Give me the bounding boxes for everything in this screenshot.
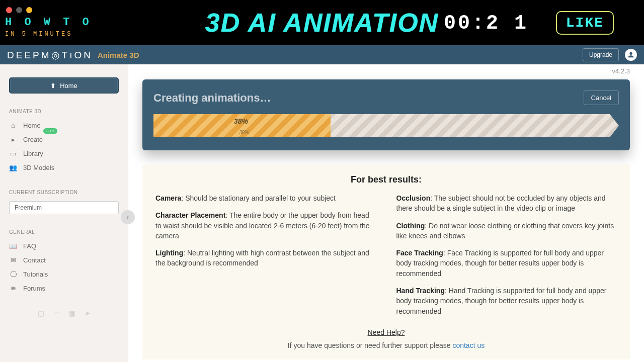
tip-occlusion: Occlusion: The subject should not be occ… [396,193,617,214]
tip-clothing: Clothing: Do not wear loose clothing or … [396,221,617,241]
progress-badge: 38% [43,128,57,134]
sidebar-item-label: Create [23,136,43,143]
linkedin-icon[interactable]: ▣ [69,309,75,317]
version-label: v4.2.3 [612,67,630,75]
upgrade-button[interactable]: Upgrade [583,48,619,61]
sidebar-item-home[interactable]: ⌂ Home [9,118,119,132]
timer-label: 00:2 1 [444,12,528,35]
tip-hand-tracking: Hand Tracking: Hand Tracking is supporte… [396,286,617,316]
howto-line1: H O W T O [5,16,92,29]
play-icon: ▸ [9,136,17,143]
video-title: 3D AI ANIMATION [205,8,439,38]
howto-badge: H O W T O IN 5 MINUTES [5,16,92,38]
progress-title: Creating animations… [153,92,271,105]
progress-sub-label: 38% [239,130,249,135]
tip-character-placement: Character Placement: The entire body or … [155,210,376,241]
home-icon: ⌂ [9,122,17,129]
section-animate-label: ANIMATE 3D [9,109,119,114]
tips-card: For best results: Camera: Should be stat… [142,164,630,359]
progress-bar: 38% 38% [153,114,619,137]
section-general-label: GENERAL [9,229,119,235]
tips-left-col: Camera: Should be stationary and paralle… [155,193,376,323]
app-header: DEEPM◎TıON Animate 3D Upgrade [0,45,644,64]
main-pane: v4.2.3 Creating animations… Cancel 38% 3… [128,64,644,362]
video-banner: H O W T O IN 5 MINUTES 3D AI ANIMATION 0… [0,0,644,45]
book-icon: 📖 [9,242,17,250]
sidebar-item-faq[interactable]: 📖 FAQ [9,239,119,253]
sidebar-item-label: FAQ [23,242,36,250]
sidebar-item-contact[interactable]: ✉ Contact [9,253,119,267]
upload-icon: ⬆ [50,82,56,89]
tips-title: For best results: [155,174,617,185]
product-name: Animate 3D [98,51,139,59]
mail-icon: ✉ [9,256,17,264]
sidebar-item-label: Home [23,122,41,129]
subscription-chip[interactable]: Freemium [9,201,119,214]
sidebar-item-label: Tutorials [23,270,48,278]
minimize-icon [16,7,22,13]
sidebar: ⬆ Home ANIMATE 3D ⌂ Home ▸ Create 38% ▭ … [0,64,128,362]
like-button[interactable]: LIKE [556,11,614,35]
howto-line2: IN 5 MINUTES [5,31,92,38]
cancel-button[interactable]: Cancel [584,90,619,105]
progress-percent-label: 38% [234,117,248,125]
maximize-icon [26,7,32,13]
support-text: If you have questions or need further su… [155,341,617,349]
section-subscription-label: CURRENT SUBSCRIPTION [9,190,119,195]
tips-right-col: Occlusion: The subject should not be occ… [396,193,617,323]
sidebar-item-models[interactable]: 👥 3D Models [9,160,119,174]
progress-card: Creating animations… Cancel 38% 38% [142,79,630,150]
traffic-lights [6,7,32,13]
account-avatar[interactable] [625,49,637,61]
brand-logo[interactable]: DEEPM◎TıON [7,49,93,61]
sidebar-item-forums[interactable]: ≋ Forums [9,281,119,295]
tip-camera: Camera: Should be stationary and paralle… [155,193,376,203]
folder-icon: ▭ [9,150,17,157]
facebook-icon[interactable]: ▢ [38,309,44,317]
home-button[interactable]: ⬆ Home [9,77,119,94]
youtube-icon[interactable]: ▭ [53,309,60,317]
twitter-icon[interactable]: ➤ [85,309,91,317]
people-icon: 👥 [9,164,17,171]
sidebar-item-tutorials[interactable]: 🖵 Tutorials [9,267,119,281]
home-button-label: Home [60,82,77,89]
sidebar-item-create[interactable]: ▸ Create 38% [9,132,119,146]
close-icon [6,7,12,13]
tip-face-tracking: Face Tracking: Face Tracking is supporte… [396,248,617,279]
tip-lighting: Lighting: Neutral lighting with high con… [155,248,376,268]
waves-icon: ≋ [9,285,17,292]
sidebar-item-label: Contact [23,256,46,264]
sidebar-item-label: 3D Models [23,164,54,171]
need-help-link[interactable]: Need Help? [155,328,617,336]
sidebar-item-label: Library [23,150,43,157]
social-links: ▢ ▭ ▣ ➤ [9,309,119,317]
contact-us-link[interactable]: contact us [452,341,485,349]
sidebar-item-label: Forums [23,285,45,292]
user-icon [627,51,635,59]
screen-icon: 🖵 [9,270,17,278]
sidebar-item-library[interactable]: ▭ Library [9,146,119,160]
